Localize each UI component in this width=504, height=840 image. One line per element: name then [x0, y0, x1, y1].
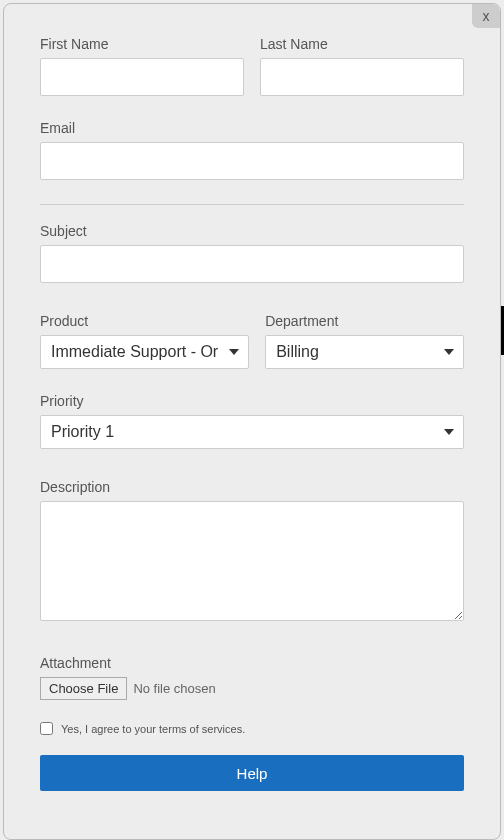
- description-label: Description: [40, 479, 464, 495]
- close-icon: x: [483, 8, 490, 24]
- subject-label: Subject: [40, 223, 464, 239]
- product-label: Product: [40, 313, 249, 329]
- terms-checkbox[interactable]: [40, 722, 53, 735]
- email-input[interactable]: [40, 142, 464, 180]
- description-field-group: Description: [40, 479, 464, 625]
- email-field-group: Email: [40, 120, 464, 180]
- department-select[interactable]: Billing: [265, 335, 464, 369]
- priority-label: Priority: [40, 393, 464, 409]
- product-field-group: Product Immediate Support - Or: [40, 313, 249, 369]
- department-label: Department: [265, 313, 464, 329]
- attachment-label: Attachment: [40, 655, 464, 671]
- last-name-input[interactable]: [260, 58, 464, 96]
- attachment-field-group: Attachment Choose File No file chosen: [40, 655, 464, 700]
- priority-value: Priority 1: [51, 423, 114, 441]
- help-submit-button[interactable]: Help: [40, 755, 464, 791]
- first-name-field-group: First Name: [40, 36, 244, 96]
- product-select[interactable]: Immediate Support - Or: [40, 335, 249, 369]
- email-label: Email: [40, 120, 464, 136]
- department-field-group: Department Billing: [265, 313, 464, 369]
- close-button[interactable]: x: [472, 4, 500, 28]
- department-value: Billing: [276, 343, 319, 361]
- choose-file-button[interactable]: Choose File: [40, 677, 127, 700]
- terms-row: Yes, I agree to your terms of services.: [40, 722, 464, 735]
- support-form: First Name Last Name Email: [4, 4, 500, 180]
- last-name-label: Last Name: [260, 36, 464, 52]
- last-name-field-group: Last Name: [260, 36, 464, 96]
- subject-input[interactable]: [40, 245, 464, 283]
- file-status-text: No file chosen: [133, 681, 215, 696]
- terms-label: Yes, I agree to your terms of services.: [61, 723, 245, 735]
- subject-field-group: Subject: [40, 223, 464, 283]
- first-name-input[interactable]: [40, 58, 244, 96]
- support-modal: x First Name Last Name Email Subject Pr: [3, 3, 501, 840]
- first-name-label: First Name: [40, 36, 244, 52]
- form-divider: [40, 204, 464, 205]
- description-textarea[interactable]: [40, 501, 464, 621]
- product-value: Immediate Support - Or: [51, 343, 218, 361]
- priority-field-group: Priority Priority 1: [40, 393, 464, 449]
- priority-select[interactable]: Priority 1: [40, 415, 464, 449]
